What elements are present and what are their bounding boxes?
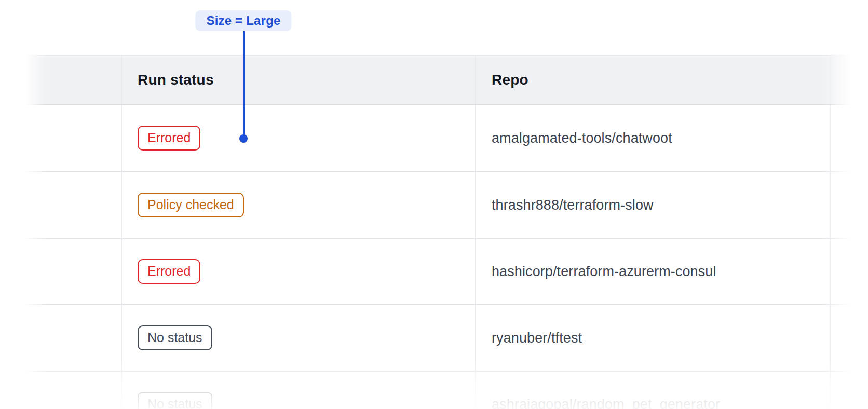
status-badge: Policy checked [138, 193, 244, 217]
status-badge: No status [138, 325, 212, 350]
size-annotation-pill: Size = Large [195, 10, 291, 31]
run-status-cell: Errored [121, 239, 475, 304]
row-cell-blank [25, 105, 121, 171]
repo-name: hashicorp/terraform-azurerm-consul [492, 264, 716, 280]
run-status-cell: No status [121, 305, 475, 371]
annotation-pointer-dot [239, 134, 248, 143]
row-cell-next-cut [830, 372, 868, 409]
status-badge: Errored [138, 126, 200, 151]
repo-cell: ashrajagopal/random_pet_generator [475, 372, 830, 409]
run-status-cell: No status [121, 372, 475, 409]
table-header-row: Run status Repo [25, 55, 868, 105]
row-cell-next-cut [830, 105, 868, 171]
header-cell-run-status: Run status [121, 56, 475, 104]
header-cell-repo: Repo [475, 56, 830, 104]
status-badge: No status [138, 392, 212, 409]
table-row[interactable]: No status ashrajagopal/random_pet_genera… [25, 371, 868, 409]
repo-name: ryanuber/tftest [492, 330, 582, 346]
table-row[interactable]: Policy checked thrashr888/terraform-slow [25, 171, 868, 238]
table-row[interactable]: Errored hashicorp/terraform-azurerm-cons… [25, 238, 868, 304]
screenshot-canvas: Run status Repo Errored amalgamated-tool… [0, 0, 868, 409]
runs-table: Run status Repo Errored amalgamated-tool… [25, 55, 868, 409]
run-status-cell: Errored [121, 105, 475, 171]
row-cell-blank [25, 239, 121, 304]
table-body: Errored amalgamated-tools/chatwoot Polic… [25, 105, 868, 409]
repo-name: amalgamated-tools/chatwoot [492, 130, 672, 146]
row-cell-blank [25, 305, 121, 371]
repo-column-label: Repo [492, 72, 528, 88]
header-cell-blank [25, 56, 121, 104]
table-row[interactable]: No status ryanuber/tftest [25, 304, 868, 371]
row-cell-blank [25, 372, 121, 409]
repo-cell: hashicorp/terraform-azurerm-consul [475, 239, 830, 304]
repo-cell: ryanuber/tftest [475, 305, 830, 371]
row-cell-next-cut [830, 172, 868, 238]
annotation-pointer-line [243, 30, 245, 139]
row-cell-next-cut [830, 239, 868, 304]
row-cell-next-cut [830, 305, 868, 371]
header-cell-next-cut [830, 56, 868, 104]
repo-name: ashrajagopal/random_pet_generator [492, 397, 720, 409]
status-badge: Errored [138, 259, 200, 284]
run-status-column-label: Run status [138, 72, 214, 88]
repo-name: thrashr888/terraform-slow [492, 197, 654, 213]
repo-cell: thrashr888/terraform-slow [475, 172, 830, 238]
table-row[interactable]: Errored amalgamated-tools/chatwoot [25, 105, 868, 171]
run-status-cell: Policy checked [121, 172, 475, 238]
row-cell-blank [25, 172, 121, 238]
repo-cell: amalgamated-tools/chatwoot [475, 105, 830, 171]
